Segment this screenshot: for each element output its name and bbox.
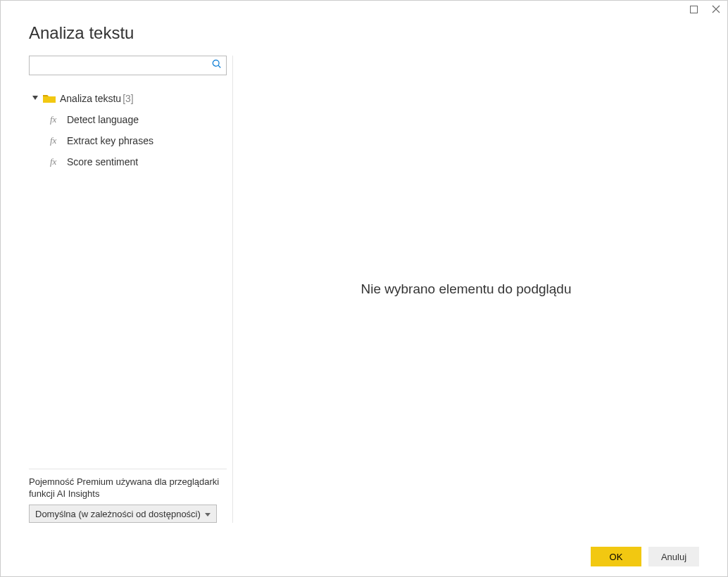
tree-item[interactable]: fx Detect language [29,109,227,130]
chevron-down-icon [205,509,211,519]
svg-rect-0 [690,6,697,13]
function-icon: fx [50,135,61,146]
tree-root-count: [3] [123,93,134,104]
titlebar [1,1,727,18]
svg-line-4 [218,65,220,68]
tree-item[interactable]: fx Score sentiment [29,151,227,172]
search-input[interactable] [34,56,212,75]
tree-root[interactable]: Analiza tekstu [3] [29,88,227,109]
capacity-label: Pojemność Premium używana dla przeglądar… [29,476,227,500]
preview-empty-message: Nie wybrano elementu do podglądu [361,281,572,297]
search-box[interactable] [29,56,227,75]
tree-item-label: Extract key phrases [67,135,153,146]
tree-item[interactable]: fx Extract key phrases [29,130,227,151]
svg-point-3 [213,60,219,66]
folder-icon [43,94,56,103]
left-pane: Analiza tekstu [3] fx Detect language fx… [29,56,233,523]
main-split: Analiza tekstu [3] fx Detect language fx… [29,56,699,523]
svg-marker-5 [32,96,38,100]
dialog-body: Analiza tekstu [1,18,727,537]
maximize-button[interactable] [688,4,699,15]
chevron-down-icon [32,96,38,101]
dialog-title: Analiza tekstu [29,23,699,43]
capacity-dropdown[interactable]: Domyślna (w zależności od dostępności) [29,505,217,523]
tree-children: fx Detect language fx Extract key phrase… [29,109,227,172]
tree-item-label: Detect language [67,114,139,125]
tree-toggle[interactable] [30,96,40,101]
preview-pane: Nie wybrano elementu do podglądu [233,56,699,523]
capacity-selected: Domyślna (w zależności od dostępności) [35,509,201,519]
dialog-window: Analiza tekstu [0,0,728,577]
ok-button[interactable]: OK [591,547,641,566]
tree-root-label: Analiza tekstu [60,93,121,104]
capacity-section: Pojemność Premium używana dla przeglądar… [29,469,227,523]
function-tree: Analiza tekstu [3] fx Detect language fx… [29,84,227,469]
svg-marker-6 [205,513,211,516]
cancel-button[interactable]: Anuluj [648,547,699,566]
close-icon [712,5,720,13]
search-icon [212,59,222,72]
tree-item-label: Score sentiment [67,156,138,167]
close-button[interactable] [710,4,722,15]
maximize-icon [690,6,698,13]
function-icon: fx [50,114,61,125]
function-icon: fx [50,156,61,167]
dialog-footer: OK Anuluj [1,537,727,576]
